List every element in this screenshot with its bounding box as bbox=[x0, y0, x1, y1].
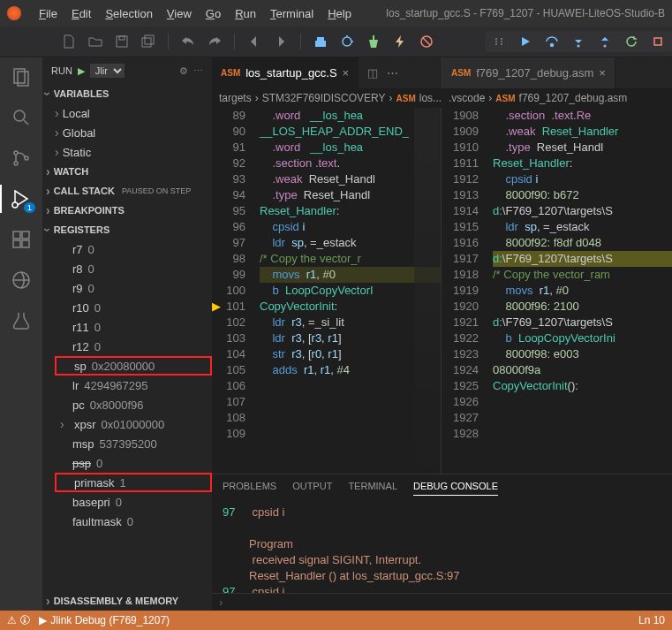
panel-tab-problems[interactable]: PROBLEMS bbox=[223, 481, 276, 495]
stop-build-icon[interactable] bbox=[419, 34, 434, 49]
tab-los-startup[interactable]: ASMlos_startup_gcc.S× bbox=[212, 57, 359, 88]
debug-icon[interactable]: 1 bbox=[9, 186, 34, 211]
variables-global[interactable]: Global bbox=[55, 123, 212, 142]
window-title: los_startup_gcc.S - F769_1207 - HUAWEI-L… bbox=[386, 7, 665, 19]
svg-rect-25 bbox=[22, 232, 29, 239]
menu-go[interactable]: Go bbox=[199, 7, 228, 20]
drag-handle-icon[interactable] bbox=[492, 34, 506, 49]
section-callstack[interactable]: CALL STACKPAUSED ON STEP bbox=[42, 181, 212, 201]
save-all-icon[interactable] bbox=[141, 34, 155, 49]
menu-run[interactable]: Run bbox=[228, 7, 263, 20]
section-watch[interactable]: WATCH bbox=[42, 162, 212, 181]
breadcrumbs-left[interactable]: targets › STM32F769IDISCOVERY › ASM los.… bbox=[212, 88, 442, 108]
menu-help[interactable]: Help bbox=[321, 7, 359, 20]
status-remote[interactable]: ⚠ 🛈 bbox=[7, 614, 30, 626]
debug-config-select[interactable]: Jlir bbox=[90, 64, 125, 78]
minimap[interactable] bbox=[414, 108, 441, 474]
menu-file[interactable]: File bbox=[32, 7, 64, 20]
menu-edit[interactable]: Edit bbox=[64, 7, 98, 20]
remote-icon[interactable] bbox=[9, 268, 34, 292]
close-icon[interactable]: × bbox=[599, 66, 606, 80]
register-primask[interactable]: primask 1 bbox=[55, 473, 212, 492]
more-icon[interactable]: ⋯ bbox=[193, 65, 203, 77]
toolbar bbox=[0, 27, 672, 57]
svg-rect-4 bbox=[315, 41, 326, 47]
open-icon[interactable] bbox=[88, 34, 102, 49]
register-r8[interactable]: r8 0 bbox=[55, 259, 212, 278]
status-debug[interactable]: ▶ Jlink Debug (F769_1207) bbox=[39, 614, 170, 626]
register-r7[interactable]: r7 0 bbox=[55, 239, 212, 259]
register-psp[interactable]: psp 0 bbox=[55, 453, 212, 473]
debug-console-input[interactable]: › bbox=[212, 593, 672, 611]
menu-view[interactable]: View bbox=[160, 7, 199, 20]
rebuild-icon[interactable] bbox=[340, 34, 354, 49]
editor-area: ASMlos_startup_gcc.S× ◫ ⋯ ASMf769_1207_d… bbox=[212, 57, 672, 611]
section-disassembly[interactable]: DISASSEMBLY & MEMORY bbox=[42, 591, 212, 611]
new-file-icon[interactable] bbox=[62, 34, 76, 49]
register-basepri[interactable]: basepri 0 bbox=[55, 492, 212, 512]
register-faultmask[interactable]: faultmask 0 bbox=[55, 512, 212, 531]
continue-icon[interactable] bbox=[518, 34, 532, 49]
scm-icon[interactable] bbox=[9, 146, 34, 171]
section-variables[interactable]: VARIABLES bbox=[42, 84, 212, 103]
extensions-icon[interactable] bbox=[9, 227, 34, 252]
svg-point-23 bbox=[12, 202, 18, 208]
breadcrumbs-right[interactable]: .vscode › ASM f769_1207_debug.asm bbox=[442, 88, 672, 108]
variables-local[interactable]: Local bbox=[55, 103, 212, 123]
register-r10[interactable]: r10 0 bbox=[55, 298, 212, 317]
step-out-icon[interactable] bbox=[598, 34, 612, 49]
svg-rect-26 bbox=[13, 240, 20, 247]
save-icon[interactable] bbox=[115, 34, 129, 49]
status-line[interactable]: Ln 10 bbox=[638, 614, 665, 626]
test-icon[interactable] bbox=[9, 308, 34, 333]
build-icon[interactable] bbox=[313, 34, 328, 49]
restart-icon[interactable] bbox=[624, 34, 638, 49]
code-pane-right[interactable]: 1908190919101911191219131914191519161917… bbox=[442, 108, 672, 474]
undo-icon[interactable] bbox=[181, 34, 195, 49]
stop-icon[interactable] bbox=[651, 34, 665, 49]
editor-tabs: ASMlos_startup_gcc.S× ◫ ⋯ ASMf769_1207_d… bbox=[212, 57, 672, 88]
tab-debug-asm[interactable]: ASMf769_1207_debug.asm× bbox=[442, 57, 615, 88]
section-registers[interactable]: REGISTERS bbox=[42, 220, 212, 239]
split-icon[interactable]: ◫ bbox=[367, 66, 378, 80]
register-r9[interactable]: r9 0 bbox=[55, 278, 212, 298]
forward-icon[interactable] bbox=[274, 34, 288, 49]
panel-tab-terminal[interactable]: TERMINAL bbox=[348, 481, 397, 495]
menu-selection[interactable]: Selection bbox=[98, 7, 159, 20]
code-pane-left[interactable]: 8990919293949596979899100▶10110210310410… bbox=[212, 108, 442, 474]
register-r11[interactable]: r11 0 bbox=[55, 317, 212, 337]
register-sp[interactable]: sp 0x20080000 bbox=[55, 356, 212, 376]
back-icon[interactable] bbox=[247, 34, 261, 49]
search-icon[interactable] bbox=[9, 105, 34, 130]
svg-rect-0 bbox=[117, 36, 127, 47]
more-icon[interactable]: ⋯ bbox=[387, 66, 398, 80]
run-label: RUN bbox=[51, 65, 72, 76]
gear-icon[interactable]: ⚙ bbox=[179, 65, 188, 77]
panel-tab-debug-console[interactable]: DEBUG CONSOLE bbox=[413, 481, 498, 496]
panel-tabs: PROBLEMS OUTPUT TERMINAL DEBUG CONSOLE bbox=[212, 474, 672, 501]
redo-icon[interactable] bbox=[208, 34, 222, 49]
svg-rect-3 bbox=[145, 35, 154, 44]
section-breakpoints[interactable]: BREAKPOINTS bbox=[42, 201, 212, 220]
register-r12[interactable]: r12 0 bbox=[55, 337, 212, 356]
step-over-icon[interactable] bbox=[545, 34, 559, 49]
clean-icon[interactable] bbox=[366, 34, 381, 49]
sidebar: RUN ▶ Jlir ⚙ ⋯ VARIABLES Local Global St… bbox=[42, 57, 212, 611]
svg-point-19 bbox=[14, 110, 25, 121]
panel-tab-output[interactable]: OUTPUT bbox=[292, 481, 332, 495]
menu-terminal[interactable]: Terminal bbox=[263, 7, 321, 20]
explorer-icon[interactable] bbox=[9, 65, 34, 89]
register-lr[interactable]: lr 4294967295 bbox=[55, 376, 212, 395]
svg-point-10 bbox=[501, 43, 502, 45]
register-pc[interactable]: pc 0x8000f96 bbox=[55, 395, 212, 414]
step-into-icon[interactable] bbox=[571, 34, 585, 49]
svg-point-12 bbox=[501, 41, 502, 42]
variables-static[interactable]: Static bbox=[55, 142, 212, 162]
svg-rect-16 bbox=[654, 38, 661, 45]
flash-icon[interactable] bbox=[393, 34, 407, 49]
debug-console-output[interactable]: 97 cpsid iProgram received signal SIGINT… bbox=[212, 501, 672, 593]
close-icon[interactable]: × bbox=[343, 66, 350, 80]
start-debug-icon[interactable]: ▶ bbox=[78, 65, 85, 77]
register-xpsr[interactable]: xpsr 0x01000000 bbox=[55, 414, 212, 434]
register-msp[interactable]: msp 537395200 bbox=[55, 434, 212, 453]
